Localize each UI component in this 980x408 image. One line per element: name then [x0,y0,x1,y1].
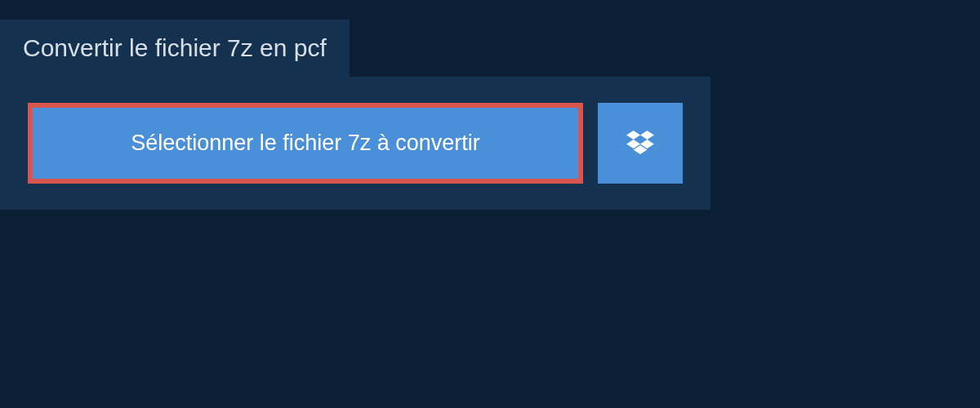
dropbox-button[interactable] [598,103,683,184]
upload-panel: Sélectionner le fichier 7z à convertir [0,77,710,210]
dropbox-icon [626,131,654,157]
page-title-tab: Convertir le fichier 7z en pcf [0,20,350,77]
page-title: Convertir le fichier 7z en pcf [23,34,327,62]
select-file-label: Sélectionner le fichier 7z à convertir [131,131,480,156]
button-row: Sélectionner le fichier 7z à convertir [28,103,683,184]
select-file-button[interactable]: Sélectionner le fichier 7z à convertir [28,103,583,184]
